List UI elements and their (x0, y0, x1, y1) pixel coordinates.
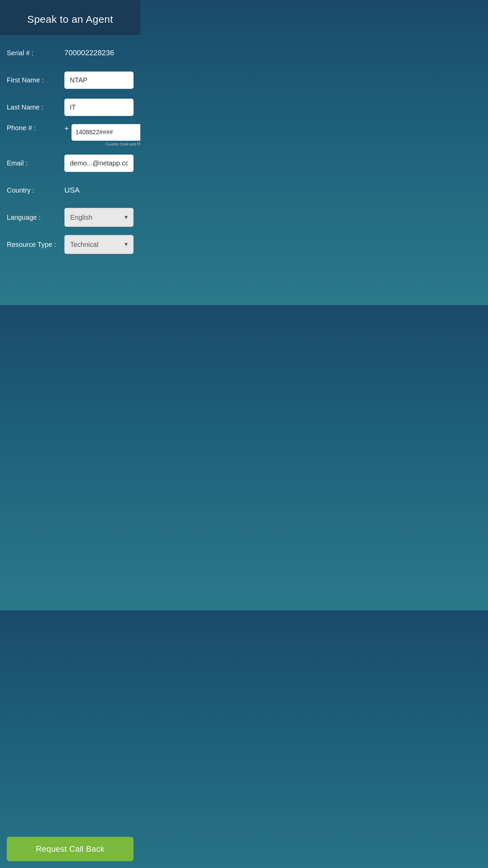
phone-inputs: Country Code and Phone # Ext(Opt) (72, 124, 140, 146)
resource-type-select-wrapper: Technical Sales Billing General ▼ (64, 235, 134, 254)
phone-label-area: Phone # : (7, 124, 64, 132)
email-label: Email : (7, 159, 64, 167)
phone-row: Phone # : + Country Code and Phone # Ext… (7, 124, 134, 146)
resource-type-label: Resource Type : (7, 241, 64, 249)
language-row: Language : English Spanish French German… (7, 207, 134, 228)
language-label: Language : (7, 214, 64, 221)
phone-hint: Country Code and Phone # (72, 142, 140, 146)
serial-label: Serial # : (7, 49, 64, 57)
resource-type-select[interactable]: Technical Sales Billing General (64, 235, 134, 254)
page-header: Speak to an Agent (0, 0, 140, 36)
lastname-label: Last Name : (7, 103, 64, 111)
phone-label: Phone # : (7, 124, 36, 132)
country-value: USA (64, 186, 80, 195)
lastname-row: Last Name : (7, 97, 134, 117)
phone-plus: + (64, 124, 69, 133)
page-title: Speak to an Agent (7, 14, 134, 25)
language-select-wrapper: English Spanish French German Japanese C… (64, 208, 134, 227)
firstname-input[interactable] (64, 72, 134, 89)
country-row: Country : USA (7, 180, 134, 200)
email-row: Email : (7, 153, 134, 173)
phone-fields (72, 124, 140, 141)
lastname-input[interactable] (64, 99, 134, 116)
serial-row: Serial # : 700002228236 (7, 43, 134, 63)
firstname-label: First Name : (7, 76, 64, 84)
resource-type-row: Resource Type : Technical Sales Billing … (7, 234, 134, 255)
language-select[interactable]: English Spanish French German Japanese C… (64, 208, 134, 227)
firstname-row: First Name : (7, 70, 134, 90)
form-container: Serial # : 700002228236 First Name : Las… (0, 36, 140, 302)
country-label: Country : (7, 186, 64, 194)
serial-value: 700002228236 (64, 48, 114, 57)
phone-hints: Country Code and Phone # Ext(Opt) (72, 142, 140, 146)
phone-main-input[interactable] (72, 124, 140, 141)
email-input[interactable] (64, 155, 134, 172)
